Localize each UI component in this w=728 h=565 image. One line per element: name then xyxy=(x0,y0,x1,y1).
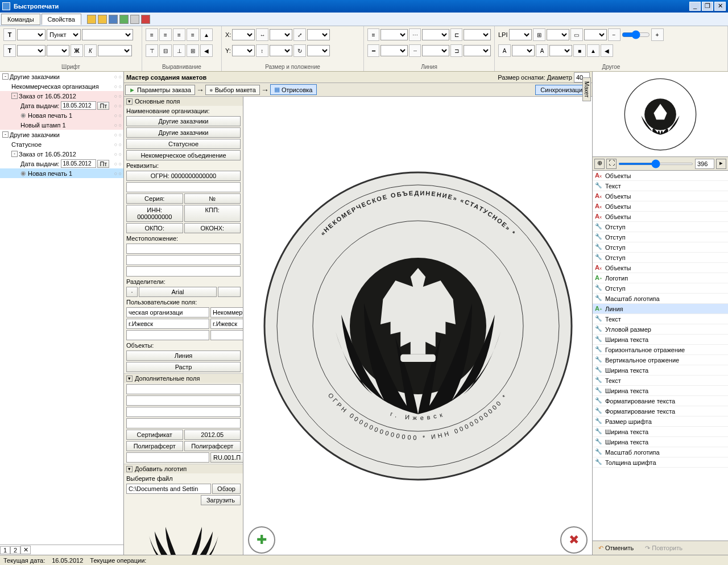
tree-row[interactable]: Новый штамп 1○ ○ xyxy=(0,120,123,130)
org-btn-1[interactable]: Другие заказчики xyxy=(126,127,241,138)
step-layout[interactable]: ●Выбор макета xyxy=(205,85,260,95)
font-size2-select[interactable] xyxy=(17,45,46,56)
ogrn-extra[interactable] xyxy=(126,182,241,192)
layer-row[interactable]: 🔧Угловой размер xyxy=(593,324,728,335)
obj-line[interactable]: Линия xyxy=(126,350,241,361)
tree-row[interactable]: -Другие заказчики○ ○ xyxy=(0,130,123,139)
user2b[interactable] xyxy=(210,319,243,329)
line-gap-select[interactable] xyxy=(422,45,449,56)
seria-btn[interactable]: Серия: xyxy=(126,193,183,204)
open-icon[interactable] xyxy=(87,15,96,24)
page-close[interactable]: ✕ xyxy=(20,546,31,554)
layer-row[interactable]: A+Логотип xyxy=(593,273,728,283)
layer-row[interactable]: 🔧Отступ xyxy=(593,253,728,263)
line-w-select[interactable] xyxy=(380,45,408,56)
step-render[interactable]: ▦Отрисовка xyxy=(270,84,317,95)
extra3[interactable] xyxy=(126,407,241,417)
line-w-icon[interactable]: ━ xyxy=(367,44,379,57)
extra1[interactable] xyxy=(126,384,241,394)
align-center-icon[interactable]: ≡ xyxy=(159,28,172,41)
section-extra[interactable]: ▾Дополнительные поля xyxy=(124,374,243,383)
line-gap-icon[interactable]: ┄ xyxy=(409,44,421,57)
valign-dist-icon[interactable]: ⊞ xyxy=(187,44,199,57)
flip-v-icon[interactable]: ◀ xyxy=(200,44,213,57)
tree-row[interactable]: Некоммерческая организация○ ○ xyxy=(0,81,123,91)
minus-icon[interactable]: − xyxy=(608,28,621,41)
poly2-btn[interactable]: Полиграфсерт xyxy=(184,441,241,451)
kern-field[interactable] xyxy=(512,45,535,56)
layer-row[interactable]: AxОбъекты xyxy=(593,171,728,181)
file-path[interactable] xyxy=(126,484,211,494)
rect-icon[interactable]: ▭ xyxy=(570,28,583,41)
scale-field[interactable] xyxy=(307,29,330,40)
layer-row[interactable]: 🔧Толщина шрифта xyxy=(593,457,728,468)
layer-row[interactable]: 🔧Отступ xyxy=(593,232,728,242)
layer-row[interactable]: AxОбъекты xyxy=(593,212,728,222)
layer-row[interactable]: 🔧Текст xyxy=(593,181,728,191)
print-icon[interactable] xyxy=(130,15,139,24)
layer-row[interactable]: 🔧Текст xyxy=(593,314,728,324)
w-field[interactable] xyxy=(270,29,292,40)
maximize-button[interactable]: ❐ xyxy=(702,2,713,11)
preview-tab[interactable]: Макет xyxy=(582,77,591,101)
tree-row[interactable]: Дата выдачи:Пт○ ○ xyxy=(0,159,123,168)
line-dash-select[interactable] xyxy=(422,29,449,40)
page-1[interactable]: 1 xyxy=(0,546,10,554)
rotate-icon[interactable]: ↻ xyxy=(293,44,306,57)
tree-row[interactable]: -Другие заказчики○ ○ xyxy=(0,72,123,81)
tab-commands[interactable]: Команды xyxy=(1,14,40,25)
layer-row[interactable]: AxОбъекты xyxy=(593,263,728,273)
user3b[interactable] xyxy=(210,330,243,340)
user1a[interactable] xyxy=(126,307,209,317)
section-logo[interactable]: ▾Добавить логотип xyxy=(124,464,243,473)
obj-raster[interactable]: Растр xyxy=(126,362,241,372)
layer-row[interactable]: 🔧Размер шрифта xyxy=(593,416,728,427)
close-button[interactable]: ✕ xyxy=(714,2,726,11)
line-style-select[interactable] xyxy=(380,29,408,40)
align-left-icon[interactable]: ≡ xyxy=(146,28,158,41)
number-btn[interactable]: № xyxy=(184,193,241,204)
new-icon[interactable] xyxy=(98,15,107,24)
browse-button[interactable]: Обзор xyxy=(212,484,241,494)
font-unit-select[interactable]: Пункт xyxy=(47,29,81,40)
reject-stamp-icon[interactable]: ✖ xyxy=(560,526,588,554)
okonx-btn[interactable]: ОКОНХ: xyxy=(184,223,241,233)
layer-row[interactable]: 🔧Масштаб логотипа xyxy=(593,447,728,457)
line-cap-select[interactable] xyxy=(464,29,491,40)
section-main[interactable]: ▾Основные поля xyxy=(124,97,243,106)
x-field[interactable] xyxy=(232,29,255,40)
kpp-btn[interactable]: КПП: xyxy=(184,205,241,222)
cert-date[interactable]: 2012.05 xyxy=(184,430,241,440)
loc-field2[interactable] xyxy=(126,255,241,265)
inn-btn[interactable]: ИНН: 0000000000 xyxy=(126,205,183,222)
refresh-icon[interactable] xyxy=(119,15,129,24)
scale-icon[interactable]: ⤢ xyxy=(293,28,306,41)
undo-button[interactable]: ↶Отменить xyxy=(595,543,637,553)
line-end-icon[interactable]: ⊐ xyxy=(450,44,462,57)
layer-row[interactable]: AxОбъекты xyxy=(593,191,728,201)
lpi-field[interactable] xyxy=(509,29,532,40)
align-justify-icon[interactable]: ≡ xyxy=(187,28,199,41)
zoom-set-icon[interactable]: ▸ xyxy=(716,159,726,169)
org-btn-2[interactable]: Статусное xyxy=(126,139,241,149)
kern-icon[interactable]: A xyxy=(498,44,511,57)
page-2[interactable]: 2 xyxy=(10,546,20,554)
delete-icon[interactable] xyxy=(141,15,150,24)
minimize-button[interactable]: _ xyxy=(689,2,701,11)
rot-field[interactable] xyxy=(307,45,330,56)
h-field[interactable] xyxy=(270,45,292,56)
user1b[interactable] xyxy=(210,307,243,317)
layer-row[interactable]: A+Линия xyxy=(593,304,728,314)
font-family-select[interactable] xyxy=(82,29,133,40)
org-btn-0[interactable]: Другие заказчики xyxy=(126,116,241,126)
layer-row[interactable]: 🔧Ширина текста xyxy=(593,437,728,447)
valign-mid-icon[interactable]: ⊟ xyxy=(159,44,172,57)
color-icon[interactable]: ■ xyxy=(573,44,586,57)
layer-row[interactable]: 🔧Ширина текста xyxy=(593,335,728,345)
extra4[interactable] xyxy=(126,418,241,428)
tree-row[interactable]: -Заказ от 16.05.2012○ ○ xyxy=(0,91,123,101)
track-field[interactable] xyxy=(549,45,572,56)
font-unit2-select[interactable] xyxy=(47,45,69,56)
y-field[interactable] xyxy=(232,45,255,56)
bold-button[interactable]: Ж xyxy=(71,44,83,57)
